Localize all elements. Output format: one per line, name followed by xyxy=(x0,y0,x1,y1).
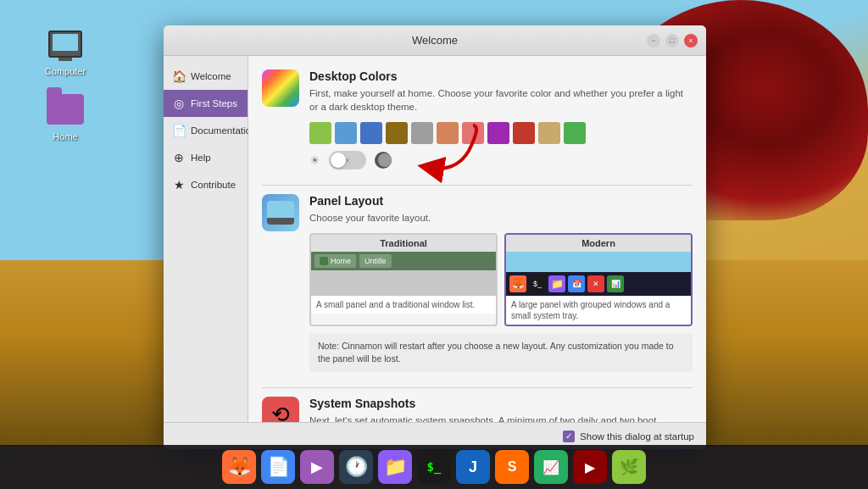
system-snapshots-desc: Next, let's set automatic system snapsho… xyxy=(309,414,693,422)
traditional-desc: A small panel and a traditional window l… xyxy=(311,296,496,314)
sidebar-welcome-label: Welcome xyxy=(191,71,231,81)
computer-icon-label: Computer xyxy=(45,66,86,76)
taskbar-icon-monitor[interactable]: 📈 xyxy=(534,450,568,484)
trad-window-2: Untitle xyxy=(359,254,392,268)
modern-label: Modern xyxy=(506,235,691,252)
first-steps-nav-icon: ◎ xyxy=(172,97,186,110)
panel-layout-options: Traditional Home Untitle xyxy=(309,233,693,326)
modern-icon-1: 🦊 xyxy=(509,275,526,292)
traditional-label: Traditional xyxy=(311,235,496,252)
dark-mode-toggle-row: ☀ × xyxy=(309,151,693,169)
swatch-tan[interactable] xyxy=(538,122,560,144)
taskbar-icon-firefox[interactable]: 🦊 xyxy=(222,450,256,484)
help-nav-icon: ⊕ xyxy=(172,151,186,164)
welcome-window: Welcome − □ × 🏠 Welcome ◎ First Steps xyxy=(164,25,706,449)
modern-preview: 🦊 $_ 📁 📅 ✕ 📊 xyxy=(506,252,691,296)
divider-1 xyxy=(262,185,693,186)
modern-icon-3: 📁 xyxy=(548,275,565,292)
swatch-light-blue[interactable] xyxy=(335,122,357,144)
color-swatches xyxy=(309,122,693,144)
swatch-green[interactable] xyxy=(309,122,331,144)
system-snapshots-title: System Snapshots xyxy=(309,397,693,410)
taskbar-icon-clock[interactable]: 🕐 xyxy=(339,450,373,484)
snapshots-icon: ⟲ xyxy=(262,397,299,422)
swatch-blue[interactable] xyxy=(360,122,382,144)
panel-layout-body: Panel Layout Choose your favorite layout… xyxy=(309,194,693,371)
panel-layout-icon xyxy=(262,194,299,231)
home-icon-label: Home xyxy=(53,131,77,142)
swatch-pink[interactable] xyxy=(462,122,484,144)
moon-icon xyxy=(375,152,392,169)
documentation-nav-icon: 📄 xyxy=(172,124,186,137)
swatch-purple[interactable] xyxy=(487,122,509,144)
desktop: Computer Home Welcome − □ × 🏠 Welcome xyxy=(0,0,868,489)
panel-layout-desc: Choose your favorite layout. xyxy=(309,211,693,225)
sun-icon: ☀ xyxy=(309,153,320,167)
taskbar: 🦊 📄 ▶ 🕐 📁 $_ J S 📈 ▶ 🌿 xyxy=(0,445,868,489)
modern-icon-5: ✕ xyxy=(587,275,604,292)
taskbar-icon-terminal[interactable]: $_ xyxy=(417,450,451,484)
welcome-nav-icon: 🏠 xyxy=(172,69,186,83)
home-folder-icon xyxy=(45,89,86,130)
swatch-orange[interactable] xyxy=(437,122,459,144)
startup-checkbox[interactable]: ✓ xyxy=(563,431,575,442)
sidebar-documentation-label: Documentation xyxy=(191,125,256,136)
main-content: Desktop Colors First, make yourself at h… xyxy=(248,56,706,422)
sidebar-item-documentation[interactable]: 📄 Documentation xyxy=(164,117,248,144)
taskbar-icon-video[interactable]: ▶ xyxy=(573,450,607,484)
title-bar: Welcome − □ × xyxy=(164,25,706,56)
computer-icon xyxy=(45,24,86,64)
panel-layout-section: Panel Layout Choose your favorite layout… xyxy=(262,194,693,371)
taskbar-icon-files[interactable]: 📁 xyxy=(378,450,412,484)
sidebar-help-label: Help xyxy=(191,153,211,163)
sidebar-item-contribute[interactable]: ★ Contribute xyxy=(164,171,248,198)
modern-icon-2: $_ xyxy=(529,275,546,292)
panel-option-traditional[interactable]: Traditional Home Untitle xyxy=(309,233,498,326)
swatch-dark-green[interactable] xyxy=(564,122,586,144)
desktop-colors-body: Desktop Colors First, make yourself at h… xyxy=(309,69,693,169)
panel-layout-title: Panel Layout xyxy=(309,194,693,208)
trad-window-1: Home xyxy=(314,254,356,268)
modern-icon-4: 📅 xyxy=(568,275,585,292)
desktop-icon-home[interactable]: Home xyxy=(36,89,95,142)
desktop-icon-computer[interactable]: Computer xyxy=(36,24,95,76)
divider-2 xyxy=(262,387,693,388)
desktop-colors-title: Desktop Colors xyxy=(309,69,693,83)
dark-mode-toggle[interactable]: × xyxy=(329,151,366,169)
sidebar-contribute-label: Contribute xyxy=(191,180,236,190)
swatch-gray[interactable] xyxy=(411,122,433,144)
taskbar-icon-docs[interactable]: 📄 xyxy=(261,450,295,484)
modern-desc: A large panel with grouped windows and a… xyxy=(506,296,691,325)
modern-bar: 🦊 $_ 📁 📅 ✕ 📊 xyxy=(506,272,691,296)
window-body: 🏠 Welcome ◎ First Steps 📄 Documentation … xyxy=(164,56,706,422)
traditional-bar: Home Untitle xyxy=(311,252,496,270)
sidebar-item-welcome[interactable]: 🏠 Welcome xyxy=(164,63,248,90)
taskbar-icon-media[interactable]: ▶ xyxy=(300,450,334,484)
taskbar-icon-linuxmint[interactable]: 🌿 xyxy=(612,450,646,484)
close-button[interactable]: × xyxy=(684,34,698,47)
taskbar-icon-joplin[interactable]: J xyxy=(456,450,490,484)
sidebar-item-first-steps[interactable]: ◎ First Steps xyxy=(164,90,248,117)
toggle-x-icon: × xyxy=(345,156,350,165)
taskbar-icon-sublime[interactable]: S xyxy=(495,450,529,484)
desktop-colors-section: Desktop Colors First, make yourself at h… xyxy=(262,69,693,169)
window-title: Welcome xyxy=(223,34,647,47)
system-snapshots-section: ⟲ System Snapshots Next, let's set autom… xyxy=(262,397,693,422)
swatch-brown[interactable] xyxy=(386,122,408,144)
maximize-button[interactable]: □ xyxy=(665,34,679,47)
trad-win-icon-1 xyxy=(320,257,328,265)
swatch-red[interactable] xyxy=(513,122,535,144)
sidebar-item-help[interactable]: ⊕ Help xyxy=(164,144,248,171)
desktop-colors-desc: First, make yourself at home. Choose you… xyxy=(309,86,693,114)
contribute-nav-icon: ★ xyxy=(172,178,186,192)
startup-checkbox-row: ✓ Show this dialog at startup xyxy=(563,431,694,442)
sidebar-first-steps-label: First Steps xyxy=(191,98,237,108)
traditional-preview: Home Untitle xyxy=(311,252,496,296)
panel-layout-note: Note: Cinnamon will restart after you ch… xyxy=(309,333,693,371)
system-snapshots-body: System Snapshots Next, let's set automat… xyxy=(309,397,693,422)
minimize-button[interactable]: − xyxy=(647,34,660,47)
modern-icon-6: 📊 xyxy=(607,275,624,292)
desktop-colors-icon xyxy=(262,69,299,107)
panel-option-modern[interactable]: Modern 🦊 $_ 📁 📅 ✕ 📊 xyxy=(504,233,693,326)
startup-label: Show this dialog at startup xyxy=(580,431,694,442)
